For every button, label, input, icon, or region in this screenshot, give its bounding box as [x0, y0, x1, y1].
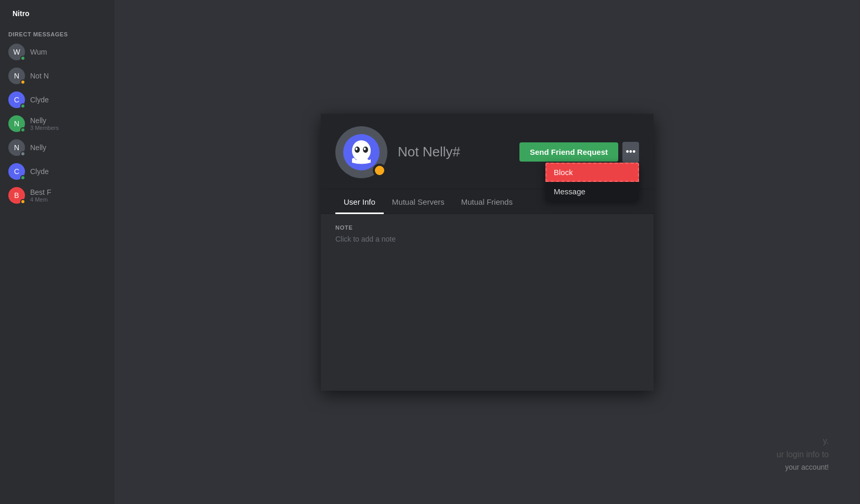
svg-point-4 — [356, 148, 358, 150]
dm-item[interactable]: N Nelly 3 Members — [4, 112, 110, 135]
dm-item[interactable]: C Clyde — [4, 88, 110, 111]
note-label: NOTE — [335, 224, 639, 231]
status-indicator — [20, 199, 25, 204]
direct-messages-label: DIRECT MESSAGES — [0, 23, 114, 39]
status-badge — [373, 164, 386, 177]
dm-name: Clyde — [30, 167, 49, 176]
dm-sub: 4 Mem — [30, 196, 51, 203]
dm-item[interactable]: N Not N — [4, 64, 110, 87]
avatar: N — [8, 115, 25, 132]
status-indicator — [20, 79, 25, 85]
main-area: y. ur login info to your account! — [114, 0, 860, 504]
dm-item[interactable]: W Wum — [4, 41, 110, 63]
avatar-wrap — [335, 126, 387, 178]
dm-item[interactable]: C Clyde — [4, 160, 110, 183]
modal-overlay: Not Nelly# Send Friend Request ••• Block… — [114, 0, 860, 504]
status-indicator — [20, 175, 25, 180]
idle-moon-icon — [376, 167, 383, 174]
dm-name: Not N — [30, 72, 49, 80]
tab-mutual-servers[interactable]: Mutual Servers — [384, 189, 453, 214]
svg-point-5 — [364, 148, 366, 150]
note-input[interactable]: Click to add a note — [335, 235, 639, 243]
profile-actions: Send Friend Request ••• Block Message — [519, 142, 639, 163]
dm-name: Wum — [30, 48, 47, 56]
dm-name: Nelly — [30, 116, 59, 125]
avatar: N — [8, 139, 25, 156]
dm-sub: 3 Members — [30, 125, 59, 131]
send-friend-request-button[interactable]: Send Friend Request — [519, 142, 618, 162]
avatar: C — [8, 163, 25, 180]
sidebar-item-nitro[interactable]: Nitro — [4, 5, 110, 22]
avatar: C — [8, 91, 25, 108]
dm-item[interactable]: N Nelly — [4, 136, 110, 159]
more-options-icon: ••• — [626, 147, 636, 157]
profile-username: Not Nelly# — [398, 144, 509, 160]
dm-name: Clyde — [30, 96, 49, 104]
profile-header: Not Nelly# Send Friend Request ••• Block… — [321, 114, 654, 189]
dm-name: Best F — [30, 188, 51, 196]
sidebar: Nitro DIRECT MESSAGES W Wum N Not N — [0, 0, 114, 504]
dm-name: Nelly — [30, 143, 46, 152]
discord-avatar-icon — [343, 134, 380, 170]
avatar: B — [8, 187, 25, 204]
status-indicator — [20, 56, 25, 61]
tab-user-info[interactable]: User Info — [335, 189, 384, 214]
dropdown-menu: Block Message — [545, 163, 639, 201]
dm-item[interactable]: B Best F 4 Mem — [4, 184, 110, 207]
avatar: N — [8, 68, 25, 84]
avatar: W — [8, 44, 25, 60]
status-indicator — [20, 151, 25, 156]
profile-body: NOTE Click to add a note — [321, 214, 654, 391]
status-indicator — [20, 103, 25, 109]
more-options-button[interactable]: ••• Block Message — [622, 142, 639, 163]
tab-mutual-friends[interactable]: Mutual Friends — [453, 189, 521, 214]
message-menu-item[interactable]: Message — [545, 182, 639, 201]
profile-card: Not Nelly# Send Friend Request ••• Block… — [321, 114, 654, 391]
block-menu-item[interactable]: Block — [545, 163, 639, 182]
status-indicator — [20, 127, 25, 132]
